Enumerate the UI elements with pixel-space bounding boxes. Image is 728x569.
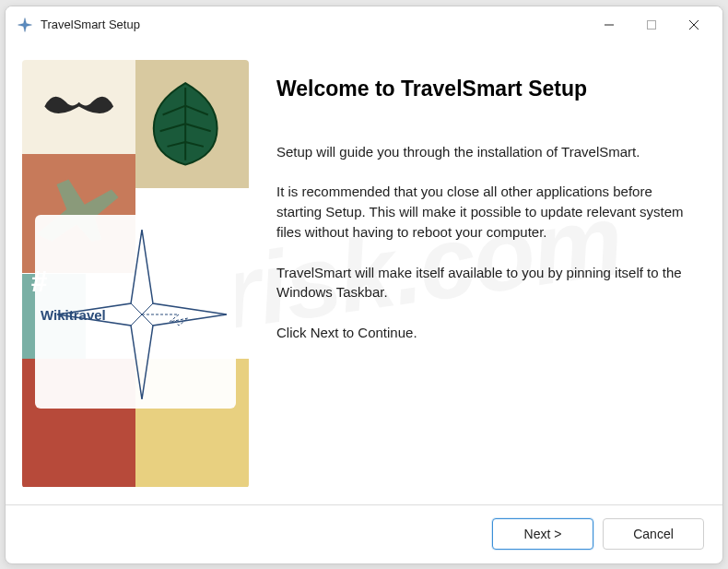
maximize-button[interactable] (630, 10, 673, 40)
leaf-icon (140, 68, 230, 180)
content-area: pcrisk.com # (6, 43, 722, 504)
minimize-button[interactable] (588, 10, 630, 40)
intro-paragraph-2: It is recommended that you close all oth… (276, 182, 689, 242)
intro-paragraph-4: Click Next to Continue. (276, 323, 689, 343)
intro-paragraph-1: Setup will guide you through the install… (276, 142, 689, 162)
mustache-icon (36, 77, 122, 128)
sidebar-banner: # Wikitravel (22, 60, 249, 488)
installer-window: TravelSmart Setup pcrisk.com (5, 6, 723, 564)
cancel-button[interactable]: Cancel (603, 518, 704, 550)
main-panel: Welcome to TravelSmart Setup Setup will … (249, 43, 722, 504)
footer-bar: Next > Cancel (6, 504, 722, 563)
titlebar: TravelSmart Setup (6, 6, 722, 43)
window-controls (588, 10, 715, 40)
app-icon (17, 17, 33, 33)
next-button[interactable]: Next > (492, 518, 593, 550)
wikitravel-logo-text: Wikitravel (41, 307, 106, 323)
page-heading: Welcome to TravelSmart Setup (276, 77, 689, 101)
intro-paragraph-3: TravelSmart will make itself available t… (276, 263, 689, 303)
close-button[interactable] (673, 10, 715, 40)
svg-rect-1 (648, 20, 656, 29)
window-title: TravelSmart Setup (41, 18, 588, 31)
